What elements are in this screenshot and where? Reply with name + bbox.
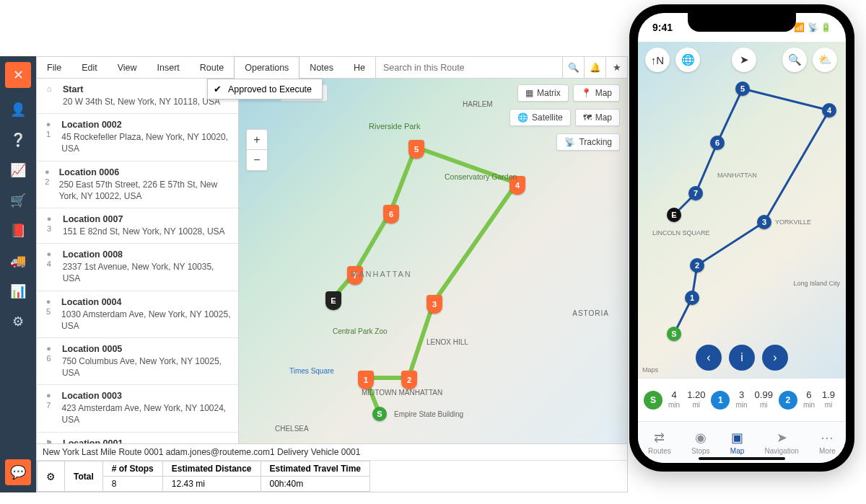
phone-map-marker[interactable]: 1 — [685, 291, 699, 305]
phone-tab-stops[interactable]: ◉Stops — [691, 430, 710, 455]
map-marker[interactable]: S — [372, 407, 387, 421]
phone-map-label: YORKVILLE — [775, 218, 811, 226]
phone-map-marker[interactable]: E — [667, 208, 681, 222]
phone-tab-routes[interactable]: ⇄Routes — [648, 430, 671, 455]
tab-icon: ▣ — [731, 430, 743, 446]
tab-label: More — [819, 447, 836, 455]
map-chip[interactable]: 📍 Map — [573, 84, 620, 102]
map-marker[interactable]: 1 — [358, 371, 374, 389]
phone-tab-more[interactable]: ⋯More — [819, 430, 836, 455]
gear-icon[interactable]: ⚙ — [38, 461, 65, 492]
map-marker[interactable]: E — [325, 291, 341, 310]
tab-icon: ➤ — [777, 430, 787, 446]
stop-row[interactable]: ●6 Location 0005 750 Columbus Ave, New Y… — [37, 338, 238, 385]
phone-map-marker[interactable]: 7 — [688, 186, 703, 200]
stop-pin-icon: ●6 — [43, 344, 55, 379]
map-label: Riverside Park — [369, 122, 421, 131]
strip-segment[interactable]: 1 3min 0.99mi — [711, 390, 772, 409]
stop-address: 423 Amsterdam Ave, New York, NY 10024, U… — [62, 402, 232, 425]
stop-pin-icon: ●7 — [43, 391, 55, 425]
phone-map[interactable]: ↑N 🌐 ➤ 🔍 ⛅ S1234567E MANHATTAN YORKVILLE… — [638, 42, 846, 378]
phone-map-marker[interactable]: 2 — [690, 258, 704, 273]
menu-insert[interactable]: Insert — [147, 57, 190, 79]
bell-icon[interactable]: 🔔 — [584, 57, 605, 79]
phone-stop-strip[interactable]: S 4min 1.20mi1 3min 0.99mi2 6min 1.9mi — [638, 378, 846, 421]
rail-chat-icon[interactable]: 💬 — [5, 459, 31, 485]
map-marker[interactable]: 6 — [383, 205, 399, 224]
phone-map-marker[interactable]: 3 — [757, 215, 771, 229]
phone-map-marker[interactable]: S — [667, 327, 681, 341]
phone-map-label: MANHATTAN — [717, 172, 757, 179]
app-logo[interactable]: ✕ — [5, 62, 31, 88]
stop-row[interactable]: ●4 Location 0008 2337 1st Avenue, New Yo… — [37, 244, 238, 291]
rail-add-user-icon[interactable]: 👤 — [9, 101, 27, 118]
map-area[interactable]: Settings + − ▦ Matrix 📍 Map 🌐 Satellite … — [239, 79, 627, 443]
phone-map-marker[interactable]: 4 — [822, 103, 836, 118]
phone-tab-map[interactable]: ▣Map — [730, 430, 744, 455]
menu-edit[interactable]: Edit — [71, 57, 108, 79]
stops-panel[interactable]: ⌂ Start 20 W 34th St, New York, NY 10118… — [37, 79, 239, 443]
tab-icon: ⋯ — [821, 430, 834, 446]
rail-fleet-icon[interactable]: 🚚 — [9, 252, 27, 270]
zoom-in-button[interactable]: + — [247, 130, 267, 150]
map-label: HARLEM — [463, 100, 493, 108]
zoom-out-button[interactable]: − — [247, 150, 267, 170]
stop-name: Location 0007 — [63, 214, 225, 224]
dropdown-approved-to-execute[interactable]: ✔ Approved to Execute — [208, 79, 322, 99]
rail-cart-icon[interactable]: 🛒 — [9, 192, 27, 209]
phone-mockup: 9:41 📶 📡 🔋 ↑N 🌐 ➤ 🔍 ⛅ S1234567E MANHATTA… — [629, 4, 854, 472]
map-label: LENOX HILL — [427, 338, 468, 346]
summary-stops-value: 8 — [102, 477, 162, 492]
rail-user-settings-icon[interactable]: ⚙ — [9, 313, 27, 330]
phone-map-label: Long Island City — [793, 280, 840, 287]
stop-pin-icon: ●3 — [43, 214, 56, 237]
map-view-switch-3: 📡 Tracking — [556, 133, 620, 151]
map-marker[interactable]: 5 — [408, 140, 424, 159]
menu-notes[interactable]: Notes — [299, 57, 344, 79]
route-search: 🔍 🔔 ★ — [375, 57, 627, 78]
menu-operations[interactable]: Operations — [234, 56, 299, 79]
rail-help-icon[interactable]: ❔ — [9, 131, 27, 149]
satellite-chip[interactable]: 🌐 Satellite — [509, 109, 571, 126]
phone-map-marker[interactable]: 5 — [735, 81, 750, 96]
search-input[interactable] — [376, 63, 562, 73]
tab-icon: ⇄ — [654, 430, 665, 446]
strip-bubble: S — [644, 391, 662, 410]
map-marker[interactable]: 2 — [401, 371, 417, 389]
stop-address: 750 Columbus Ave, New York, NY 10025, US… — [62, 355, 231, 379]
phone-prev-button[interactable]: ‹ — [696, 345, 722, 371]
stop-pin-icon: ●4 — [43, 249, 56, 284]
star-icon[interactable]: ★ — [605, 57, 627, 79]
rail-growth-icon[interactable]: 📈 — [9, 162, 27, 179]
search-icon[interactable]: 🔍 — [562, 57, 584, 79]
menubar: File Edit View Insert Route Operations N… — [37, 57, 627, 79]
strip-segment[interactable]: 2 6min 1.9mi — [779, 390, 835, 409]
side-rail: ✕ 👤 ❔ 📈 🛒 📕 🚚 📊 ⚙ 💬 — [0, 56, 36, 492]
tracking-chip[interactable]: 📡 Tracking — [556, 133, 620, 151]
phone-tab-navigation[interactable]: ➤Navigation — [765, 430, 799, 455]
phone-map-label: LINCOLN SQUARE — [652, 229, 710, 236]
route-footer: New York Last Mile Route 0001 adam.jones… — [37, 443, 627, 492]
stop-name: Location 0004 — [61, 297, 231, 307]
rail-address-book-icon[interactable]: 📕 — [9, 222, 27, 239]
menu-file[interactable]: File — [37, 57, 71, 79]
stop-row[interactable]: ●5 Location 0004 1030 Amsterdam Ave, New… — [37, 291, 238, 338]
matrix-chip[interactable]: ▦ Matrix — [517, 84, 569, 102]
map-marker[interactable]: 3 — [427, 295, 442, 314]
stop-row[interactable]: ●3 Location 0007 151 E 82nd St, New York… — [37, 208, 238, 244]
phone-status-icons: 📶 📡 🔋 — [794, 22, 831, 32]
menu-help[interactable]: He — [344, 57, 375, 79]
menu-route[interactable]: Route — [190, 57, 234, 79]
phone-next-button[interactable]: › — [762, 345, 788, 371]
map-layer-chip[interactable]: 🗺 Map — [575, 109, 620, 126]
stop-row[interactable]: ●1 Location 0002 45 Rockefeller Plaza, N… — [37, 114, 238, 161]
stop-row[interactable]: ●7 Location 0003 423 Amsterdam Ave, New … — [37, 385, 238, 432]
phone-map-marker[interactable]: 6 — [710, 136, 725, 150]
rail-analytics-icon[interactable]: 📊 — [9, 283, 27, 300]
stop-row[interactable]: ●2 Location 0006 250 East 57th Street, 2… — [37, 162, 238, 208]
menu-view[interactable]: View — [108, 57, 147, 79]
strip-segment[interactable]: S 4min 1.20mi — [644, 390, 705, 409]
stop-row[interactable]: ⚑ Location 0001 200 W 70th St, New York,… — [37, 433, 238, 443]
phone-info-button[interactable]: i — [729, 345, 755, 371]
stop-pin-icon: ●1 — [43, 120, 54, 154]
